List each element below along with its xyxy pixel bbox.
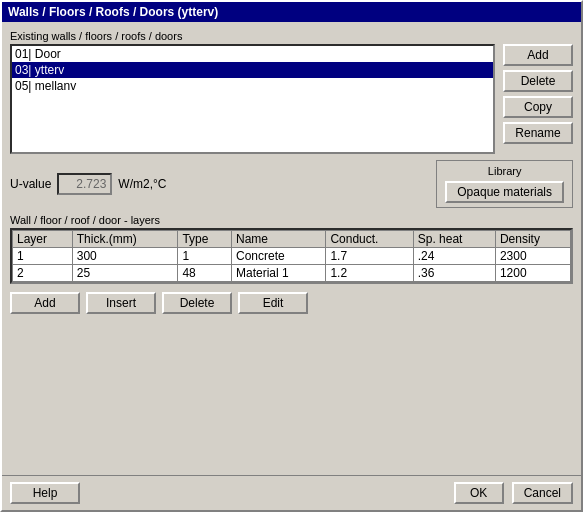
- existing-section-label: Existing walls / floors / roofs / doors: [10, 30, 573, 42]
- table-cell: .24: [413, 248, 495, 265]
- edit-layer-button[interactable]: Edit: [238, 292, 308, 314]
- help-button[interactable]: Help: [10, 482, 80, 504]
- table-row[interactable]: 22548Material 11.2.361200: [13, 265, 571, 282]
- table-cell: 1: [13, 248, 73, 265]
- table-cell: Material 1: [231, 265, 325, 282]
- table-cell: 2300: [495, 248, 570, 265]
- uvalue-input[interactable]: [57, 173, 112, 195]
- uvalue-unit: W/m2,°C: [118, 177, 166, 191]
- walls-list[interactable]: 01| Door03| ytterv05| mellanv: [10, 44, 495, 154]
- delete-layer-button[interactable]: Delete: [162, 292, 232, 314]
- table-cell: Concrete: [231, 248, 325, 265]
- table-cell: 25: [72, 265, 178, 282]
- main-window: Walls / Floors / Roofs / Doors (ytterv) …: [0, 0, 583, 512]
- list-item[interactable]: 03| ytterv: [12, 62, 493, 78]
- table-header: Sp. heat: [413, 231, 495, 248]
- add-wall-button[interactable]: Add: [503, 44, 573, 66]
- table-cell: 1.7: [326, 248, 413, 265]
- rename-wall-button[interactable]: Rename: [503, 122, 573, 144]
- list-item[interactable]: 05| mellanv: [12, 78, 493, 94]
- table-cell: 1200: [495, 265, 570, 282]
- title-bar: Walls / Floors / Roofs / Doors (ytterv): [2, 2, 581, 22]
- ok-button[interactable]: OK: [454, 482, 504, 504]
- layers-section-label: Wall / floor / roof / door - layers: [10, 214, 573, 226]
- insert-layer-button[interactable]: Insert: [86, 292, 156, 314]
- table-header: Density: [495, 231, 570, 248]
- table-cell: 1: [178, 248, 232, 265]
- copy-wall-button[interactable]: Copy: [503, 96, 573, 118]
- delete-wall-button[interactable]: Delete: [503, 70, 573, 92]
- table-row[interactable]: 13001Concrete1.7.242300: [13, 248, 571, 265]
- table-header: Type: [178, 231, 232, 248]
- layers-table-container: LayerThick.(mm)TypeNameConduct.Sp. heatD…: [10, 228, 573, 284]
- cancel-button[interactable]: Cancel: [512, 482, 573, 504]
- add-layer-button[interactable]: Add: [10, 292, 80, 314]
- table-body: 13001Concrete1.7.24230022548Material 11.…: [13, 248, 571, 282]
- table-header-row: LayerThick.(mm)TypeNameConduct.Sp. heatD…: [13, 231, 571, 248]
- layers-table: LayerThick.(mm)TypeNameConduct.Sp. heatD…: [12, 230, 571, 282]
- table-header: Layer: [13, 231, 73, 248]
- opaque-materials-button[interactable]: Opaque materials: [445, 181, 564, 203]
- window-title: Walls / Floors / Roofs / Doors (ytterv): [8, 5, 218, 19]
- uvalue-label: U-value: [10, 177, 51, 191]
- table-cell: .36: [413, 265, 495, 282]
- library-label: Library: [488, 165, 522, 177]
- list-item[interactable]: 01| Door: [12, 46, 493, 62]
- table-cell: 300: [72, 248, 178, 265]
- table-cell: 48: [178, 265, 232, 282]
- table-cell: 1.2: [326, 265, 413, 282]
- table-cell: 2: [13, 265, 73, 282]
- table-header: Conduct.: [326, 231, 413, 248]
- table-header: Name: [231, 231, 325, 248]
- table-header: Thick.(mm): [72, 231, 178, 248]
